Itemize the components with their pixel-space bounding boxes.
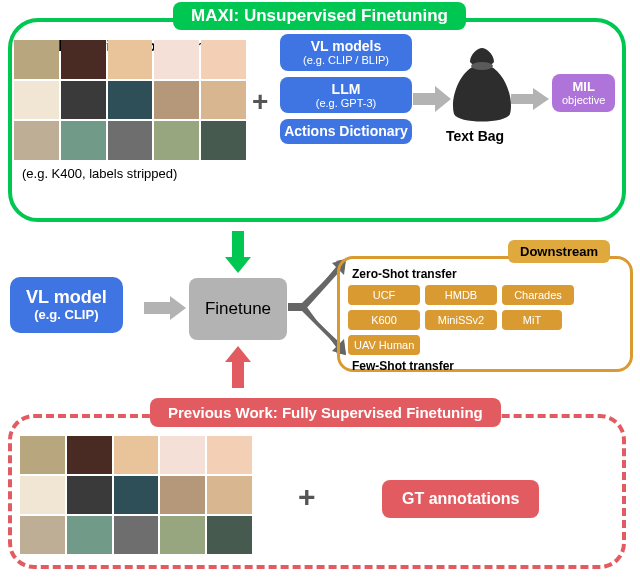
plus-icon: + (252, 86, 268, 118)
arrow-to-finetune-icon (144, 296, 186, 320)
maxi-title: MAXI: Unsupervised Finetuning (173, 2, 466, 30)
red-arrow-up-icon (225, 346, 251, 388)
vl-models-block: VL models (e.g. CLIP / BLIP) (280, 34, 412, 71)
svg-point-0 (471, 62, 493, 70)
unlabeled-caption: (e.g. K400, labels stripped) (22, 166, 177, 181)
arrow-to-bag-icon (413, 86, 451, 112)
llm-sub: (e.g. GPT-3) (284, 97, 408, 110)
mil-title: MIL (573, 79, 595, 94)
arrow-to-mil-icon (511, 88, 549, 110)
llm-title: LLM (332, 81, 361, 97)
mil-sub: objective (562, 94, 605, 106)
vl-models-title: VL models (311, 38, 382, 54)
text-source-stack: VL models (e.g. CLIP / BLIP) LLM (e.g. G… (280, 34, 412, 144)
dataset-hmdb: HMDB (425, 285, 497, 305)
few-shot-title: Few-Shot transfer (352, 359, 622, 373)
zero-shot-title: Zero-Shot transfer (352, 267, 622, 281)
downstream-box: Zero-Shot transfer UCF HMDB Charades K60… (337, 256, 633, 372)
video-thumbnails-bottom (20, 436, 252, 554)
dataset-grid: UCF HMDB Charades K600 MiniSSv2 MiT UAV … (348, 285, 622, 355)
dataset-charades: Charades (502, 285, 574, 305)
input-vl-title: VL model (26, 287, 107, 307)
video-thumbnails (14, 40, 246, 160)
dataset-uavhuman: UAV Human (348, 335, 420, 355)
llm-block: LLM (e.g. GPT-3) (280, 77, 412, 114)
input-vl-sub: (e.g. CLIP) (26, 308, 107, 323)
text-bag-label: Text Bag (446, 128, 504, 144)
dataset-k600: K600 (348, 310, 420, 330)
finetune-block: Finetune (189, 278, 287, 340)
green-arrow-down-icon (225, 231, 251, 273)
actions-dict-block: Actions Dictionary (280, 119, 412, 143)
previous-work-title: Previous Work: Fully Supervised Finetuni… (150, 398, 501, 427)
vl-models-sub: (e.g. CLIP / BLIP) (284, 54, 408, 67)
actions-dict-title: Actions Dictionary (284, 123, 408, 139)
input-vl-model-block: VL model (e.g. CLIP) (10, 277, 123, 333)
dataset-mit: MiT (502, 310, 562, 330)
mil-block: MIL objective (552, 74, 615, 112)
text-bag-icon (450, 48, 514, 124)
dataset-ucf: UCF (348, 285, 420, 305)
dataset-minissv2: MiniSSv2 (425, 310, 497, 330)
plus-icon-2: + (298, 480, 316, 514)
downstream-tag: Downstream (508, 240, 610, 263)
gt-annotations-block: GT annotations (382, 480, 539, 518)
